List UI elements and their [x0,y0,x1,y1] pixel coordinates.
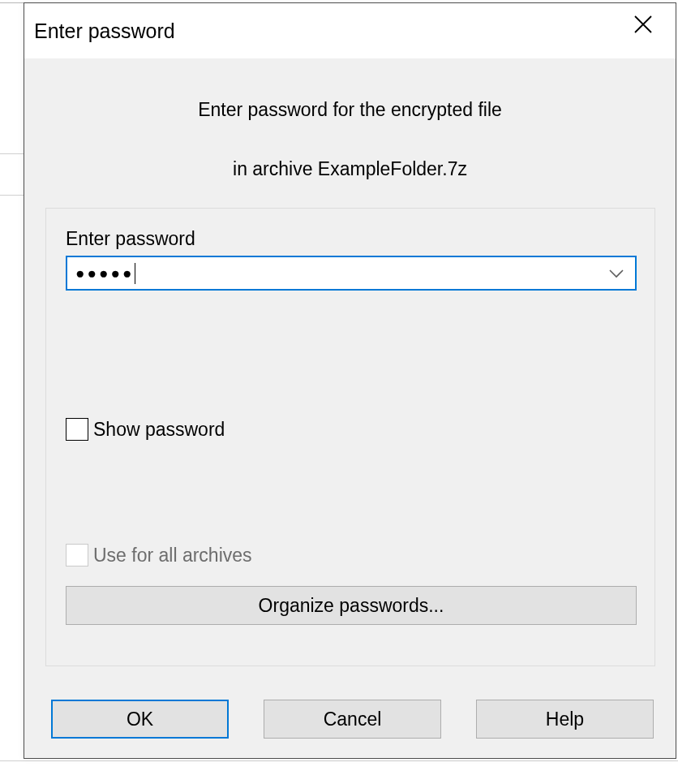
close-icon [633,15,653,37]
background-panel [0,4,24,154]
use-for-all-checkbox: Use for all archives [66,544,252,566]
close-button[interactable] [611,3,676,49]
dialog-button-row: OK Cancel Help [24,700,676,739]
prompt-text-line1: Enter password for the encrypted file [24,99,676,121]
checkbox-box [66,418,88,441]
button-label: OK [127,709,153,730]
titlebar: Enter password [24,3,676,58]
button-label: Help [546,709,584,730]
dialog-title: Enter password [34,19,175,43]
background-panel [0,196,24,683]
password-group: Enter password ●●●●● Show password Use f… [45,208,655,666]
checkbox-box [66,544,88,566]
button-label: Cancel [324,709,382,730]
enter-password-dialog: Enter password Enter password for the en… [24,2,676,759]
chevron-down-icon[interactable] [609,269,624,278]
background-divider [0,760,678,761]
password-input[interactable]: ●●●●● [66,256,637,291]
text-caret [135,263,135,284]
checkbox-label: Show password [93,419,225,441]
password-mask: ●●●●● [75,263,135,284]
ok-button[interactable]: OK [51,700,229,739]
organize-passwords-button[interactable]: Organize passwords... [66,586,637,625]
help-button[interactable]: Help [476,700,654,739]
dialog-body: Enter password for the encrypted file in… [24,58,676,758]
prompt-text-line2: in archive ExampleFolder.7z [24,158,676,180]
cancel-button[interactable]: Cancel [264,700,441,739]
show-password-checkbox[interactable]: Show password [66,418,225,441]
button-label: Organize passwords... [259,595,444,617]
background-panel [0,159,24,196]
checkbox-label: Use for all archives [93,545,252,566]
password-field-label: Enter password [66,228,195,250]
